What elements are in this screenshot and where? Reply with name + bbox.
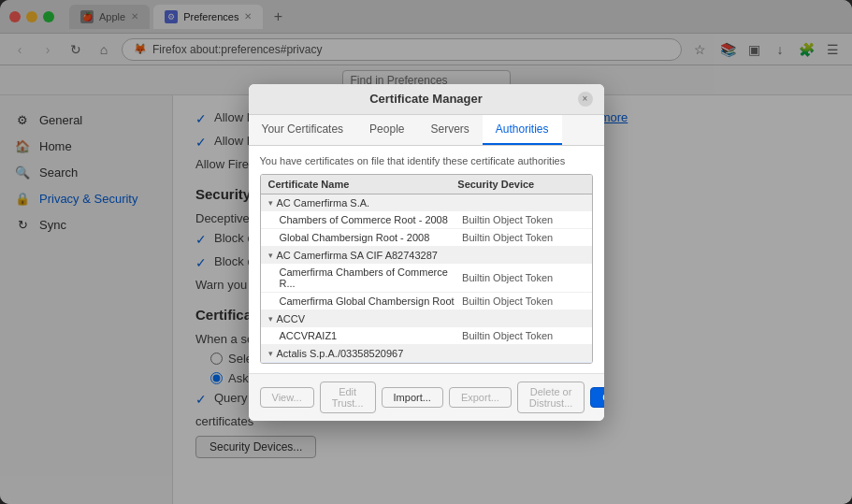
cert-row-selected[interactable]: Actalis Authentication Root CA Builtin O…: [261, 362, 592, 363]
dialog-body: You have certificates on file that ident…: [249, 146, 604, 373]
cert-name: Camerfirma Chambers of Commerce R...: [280, 266, 463, 289]
arrow-icon-4: ▾: [268, 349, 273, 358]
dialog-close-button[interactable]: ×: [578, 92, 593, 107]
arrow-icon-1: ▾: [268, 198, 273, 208]
tab-servers[interactable]: Servers: [417, 115, 482, 145]
cert-row[interactable]: Chambers of Commerce Root - 2008 Builtin…: [261, 211, 592, 229]
cert-row[interactable]: Camerfirma Chambers of Commerce R... Bui…: [261, 264, 592, 293]
cert-table-header: Certificate Name Security Device: [261, 175, 592, 194]
cert-device: Builtin Object Token: [462, 330, 584, 341]
certificate-manager-dialog: Certificate Manager × Your Certificates …: [249, 84, 604, 421]
group-header-camerfirma-cif[interactable]: ▾ AC Camerfirma SA CIF A82743287: [261, 247, 592, 264]
dialog-title: Certificate Manager: [275, 92, 578, 106]
cert-name: Chambers of Commerce Root - 2008: [280, 214, 463, 225]
cert-row[interactable]: Global Chambersign Root - 2008 Builtin O…: [261, 229, 592, 247]
tab-your-certs[interactable]: Your Certificates: [249, 115, 357, 145]
group-label-3: ACCV: [277, 313, 306, 324]
col-header-device: Security Device: [457, 179, 584, 190]
dialog-overlay: Certificate Manager × Your Certificates …: [0, 0, 852, 504]
edit-trust-button[interactable]: Edit Trust...: [320, 382, 376, 413]
group-label-2: AC Camerfirma SA CIF A82743287: [277, 250, 438, 261]
arrow-icon-2: ▾: [268, 251, 273, 260]
cert-table-body[interactable]: ▾ AC Camerfirma S.A. Chambers of Commerc…: [261, 194, 592, 363]
dialog-tabs: Your Certificates People Servers Authori…: [249, 115, 604, 146]
group-label-1: AC Camerfirma S.A.: [277, 197, 370, 209]
cert-name: Camerfirma Global Chambersign Root: [280, 295, 463, 307]
group-label-4: Actalis S.p.A./03358520967: [277, 348, 404, 359]
delete-button[interactable]: Delete or Distrust...: [517, 382, 585, 413]
ok-button[interactable]: OK: [590, 387, 603, 408]
tab-people[interactable]: People: [356, 115, 417, 145]
import-button[interactable]: Import...: [382, 387, 443, 408]
view-button[interactable]: View...: [260, 387, 314, 408]
export-button[interactable]: Export...: [449, 387, 512, 408]
cert-device: Builtin Object Token: [462, 232, 584, 243]
cert-device: Builtin Object Token: [462, 295, 584, 307]
cert-row[interactable]: Camerfirma Global Chambersign Root Built…: [261, 293, 592, 310]
cert-row[interactable]: ACCVRAIZ1 Builtin Object Token: [261, 327, 592, 345]
group-header-actalis[interactable]: ▾ Actalis S.p.A./03358520967: [261, 345, 592, 362]
cert-device: Builtin Object Token: [462, 272, 584, 283]
tab-authorities[interactable]: Authorities: [483, 115, 562, 145]
dialog-actions: View... Edit Trust... Import... Export..…: [249, 373, 604, 421]
col-header-name: Certificate Name: [268, 179, 458, 190]
cert-device: Builtin Object Token: [462, 214, 584, 225]
group-header-accv[interactable]: ▾ ACCV: [261, 310, 592, 327]
certificate-table: Certificate Name Security Device ▾ AC Ca…: [260, 174, 593, 364]
cert-name: ACCVRAIZ1: [280, 330, 463, 341]
dialog-title-bar: Certificate Manager ×: [249, 84, 604, 115]
group-header-camerfirma-sa[interactable]: ▾ AC Camerfirma S.A.: [261, 194, 592, 211]
dialog-description: You have certificates on file that ident…: [260, 155, 593, 166]
arrow-icon-3: ▾: [268, 314, 273, 324]
cert-name: Global Chambersign Root - 2008: [280, 232, 463, 243]
